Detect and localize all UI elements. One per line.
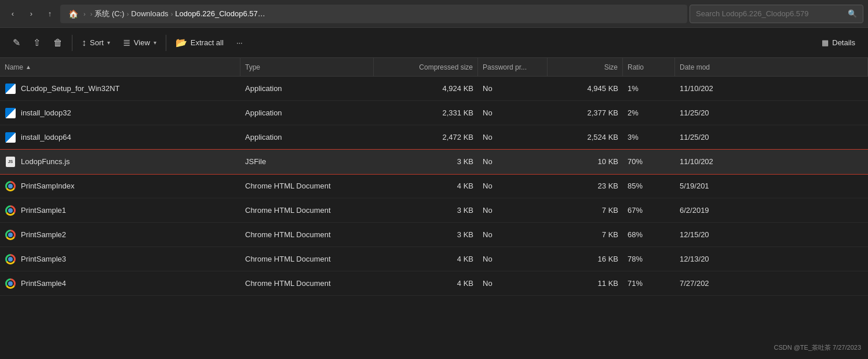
cell-ratio: 68% xyxy=(623,223,675,246)
cell-name: PrintSample1 xyxy=(0,198,240,222)
col-size[interactable]: Size xyxy=(548,58,623,76)
cell-size: 11 KB xyxy=(548,271,623,295)
share-icon: ⇧ xyxy=(33,37,41,48)
search-icon: 🔍 xyxy=(848,9,857,18)
view-button[interactable]: ≣ View ▾ xyxy=(117,34,162,52)
cell-size: 4,945 KB xyxy=(548,77,623,100)
extract-all-label: Extract all xyxy=(191,38,224,47)
breadcrumb-system[interactable]: 系统 (C:) xyxy=(94,9,124,19)
cell-compressed-size: 2,472 KB xyxy=(374,125,478,149)
file-name: PrintSampIndex xyxy=(21,182,75,190)
watermark: CSDN @TE_茶吐茶 7/27/2023 xyxy=(774,343,861,352)
cell-name: JS LodopFuncs.js xyxy=(0,150,240,173)
cell-date-mod: 12/15/20 xyxy=(675,223,868,246)
details-icon: ▦ xyxy=(822,38,829,47)
share-button[interactable]: ⇧ xyxy=(27,34,46,52)
col-compressed-size[interactable]: Compressed size xyxy=(374,58,478,76)
table-row[interactable]: PrintSampIndex Chrome HTML Document 4 KB… xyxy=(0,174,868,198)
details-label: Details xyxy=(832,38,855,47)
app-icon xyxy=(5,132,16,143)
cell-compressed-size: 4 KB xyxy=(374,174,478,198)
cell-name: PrintSample2 xyxy=(0,223,240,246)
separator-1 xyxy=(72,35,72,51)
back-button[interactable]: ‹ xyxy=(5,6,21,22)
cell-date-mod: 7/27/202 xyxy=(675,271,868,295)
cell-ratio: 3% xyxy=(623,125,675,149)
table-row[interactable]: PrintSample3 Chrome HTML Document 4 KB N… xyxy=(0,247,868,271)
cell-type: Application xyxy=(240,101,374,125)
cell-ratio: 2% xyxy=(623,101,675,125)
name-sort-arrow: ▲ xyxy=(25,64,31,70)
cell-size: 2,524 KB xyxy=(548,125,623,149)
col-name[interactable]: Name ▲ xyxy=(0,58,240,76)
view-icon: ≣ xyxy=(123,37,130,48)
col-type[interactable]: Type xyxy=(240,58,374,76)
chrome-icon xyxy=(5,253,16,265)
cell-type: Chrome HTML Document xyxy=(240,198,374,222)
extract-all-button[interactable]: 📂 Extract all xyxy=(170,34,229,52)
table-row[interactable]: CLodop_Setup_for_Win32NT Application 4,9… xyxy=(0,77,868,101)
cell-name: install_lodop32 xyxy=(0,101,240,125)
sort-label: Sort xyxy=(90,38,104,47)
cell-type: Chrome HTML Document xyxy=(240,223,374,246)
up-button[interactable]: ↑ xyxy=(42,6,58,22)
col-ratio[interactable]: Ratio xyxy=(623,58,675,76)
delete-icon: 🗑 xyxy=(53,38,63,48)
table-row[interactable]: PrintSample1 Chrome HTML Document 3 KB N… xyxy=(0,198,868,223)
cell-size: 23 KB xyxy=(548,174,623,198)
table-row[interactable]: install_lodop32 Application 2,331 KB No … xyxy=(0,101,868,125)
chrome-icon xyxy=(5,205,16,216)
rename-button[interactable]: ✎ xyxy=(7,34,26,52)
search-box[interactable]: 🔍 xyxy=(690,5,863,23)
cell-date-mod: 11/25/20 xyxy=(675,101,868,125)
cell-size: 16 KB xyxy=(548,247,623,271)
cell-date-mod: 12/13/20 xyxy=(675,247,868,271)
cell-type: Chrome HTML Document xyxy=(240,174,374,198)
cell-name: PrintSample3 xyxy=(0,247,240,271)
cell-ratio: 85% xyxy=(623,174,675,198)
file-name: PrintSample2 xyxy=(21,230,66,239)
js-icon: JS xyxy=(5,156,16,168)
cell-name: PrintSampIndex xyxy=(0,174,240,198)
cell-password: No xyxy=(478,125,548,149)
forward-button[interactable]: › xyxy=(23,6,39,22)
table-row[interactable]: PrintSample2 Chrome HTML Document 3 KB N… xyxy=(0,223,868,247)
cell-ratio: 1% xyxy=(623,77,675,100)
cell-compressed-size: 4 KB xyxy=(374,247,478,271)
rename-icon: ✎ xyxy=(13,37,20,48)
delete-button[interactable]: 🗑 xyxy=(48,34,68,52)
view-chevron: ▾ xyxy=(154,39,156,46)
cell-compressed-size: 3 KB xyxy=(374,223,478,246)
list-header: Name ▲ Type Compressed size Password pr.… xyxy=(0,58,868,77)
cell-size: 10 KB xyxy=(548,150,623,173)
details-button[interactable]: ▦ Details xyxy=(816,35,861,50)
more-button[interactable]: ··· xyxy=(231,35,249,50)
table-row[interactable]: PrintSample4 Chrome HTML Document 4 KB N… xyxy=(0,271,868,296)
cell-compressed-size: 3 KB xyxy=(374,150,478,173)
file-name: PrintSample4 xyxy=(21,279,66,288)
cell-password: No xyxy=(478,247,548,271)
cell-password: No xyxy=(478,174,548,198)
table-row[interactable]: install_lodop64 Application 2,472 KB No … xyxy=(0,125,868,150)
separator-2 xyxy=(166,35,166,51)
breadcrumb[interactable]: 🏠 › › 系统 (C:) › Downloads › Lodop6.226_C… xyxy=(60,5,687,23)
chrome-icon xyxy=(5,180,16,192)
cell-compressed-size: 2,331 KB xyxy=(374,101,478,125)
col-password[interactable]: Password pr... xyxy=(478,58,548,76)
sort-button[interactable]: ↕ Sort ▾ xyxy=(76,34,116,52)
table-row[interactable]: JS LodopFuncs.js JSFile 3 KB No 10 KB 70… xyxy=(0,150,868,174)
cell-date-mod: 5/19/201 xyxy=(675,174,868,198)
file-name: CLodop_Setup_for_Win32NT xyxy=(21,84,120,93)
col-date-mod[interactable]: Date mod xyxy=(675,58,868,76)
breadcrumb-current[interactable]: Lodop6.226_Clodop6.57… xyxy=(175,9,265,18)
file-rows-container: CLodop_Setup_for_Win32NT Application 4,9… xyxy=(0,77,868,296)
cell-date-mod: 11/10/202 xyxy=(675,77,868,100)
cell-name: CLodop_Setup_for_Win32NT xyxy=(0,77,240,100)
breadcrumb-downloads[interactable]: Downloads xyxy=(131,9,168,18)
cell-password: No xyxy=(478,77,548,100)
cell-name: install_lodop64 xyxy=(0,125,240,149)
extract-icon: 📂 xyxy=(176,37,187,48)
cell-size: 7 KB xyxy=(548,198,623,222)
search-input[interactable] xyxy=(696,9,844,18)
cell-type: Application xyxy=(240,77,374,100)
